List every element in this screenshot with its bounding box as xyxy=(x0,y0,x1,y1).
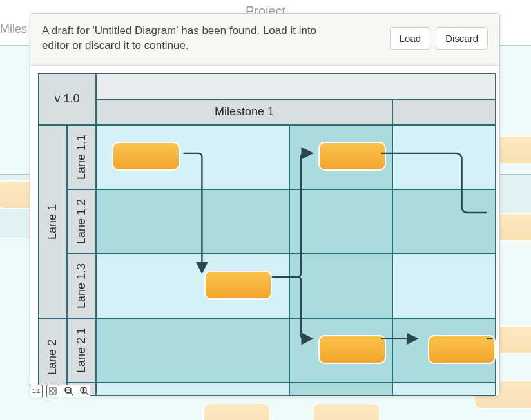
zoom-fit-icon[interactable] xyxy=(46,385,59,397)
zoom-toolbar: 1:1 xyxy=(30,385,90,397)
lane-1-2-label: Lane 1.2 xyxy=(75,199,88,244)
draft-bar: A draft for 'Untitled Diagram' has been … xyxy=(30,14,499,66)
swimlane-diagram[interactable]: v 1.0 Milestone 1 Lane 1 Lane 1.1 Lane 1… xyxy=(38,73,499,383)
draft-message: A draft for 'Untitled Diagram' has been … xyxy=(42,24,338,53)
background-milestone-cut: Miles xyxy=(0,23,27,36)
lane-1-header[interactable]: Lane 1 xyxy=(38,125,67,318)
cell-2-2-c-cut[interactable] xyxy=(392,383,496,396)
zoom-in-icon[interactable] xyxy=(79,385,90,397)
activity-c[interactable] xyxy=(204,271,272,300)
diagram-viewport[interactable]: v 1.0 Milestone 1 Lane 1 Lane 1.1 Lane 1… xyxy=(30,66,499,396)
version-label: v 1.0 xyxy=(54,92,79,106)
lane-2-1-header[interactable]: Lane 2.1 xyxy=(67,318,96,383)
zoom-reset-icon[interactable]: 1:1 xyxy=(30,385,43,397)
cell-2-2-b-cut[interactable] xyxy=(289,383,392,396)
cell-1-3-b[interactable] xyxy=(289,254,392,318)
cell-1-2-b[interactable] xyxy=(289,189,392,254)
draft-actions: Load Discard xyxy=(390,27,488,50)
discard-button[interactable]: Discard xyxy=(436,27,488,50)
top-header-blank xyxy=(96,73,496,99)
svg-line-3 xyxy=(70,392,73,395)
cell-1-2-c[interactable] xyxy=(392,189,496,254)
lane-1-1-header[interactable]: Lane 1.1 xyxy=(67,125,96,189)
cell-2-1-a[interactable] xyxy=(96,318,289,383)
milestone-1-label: Milestone 1 xyxy=(215,105,274,119)
load-button[interactable]: Load xyxy=(390,27,430,50)
milestone-2-header-cut[interactable] xyxy=(392,99,496,125)
lane-1-label: Lane 1 xyxy=(46,204,59,239)
cell-2-2-a-cut[interactable] xyxy=(96,383,289,396)
activity-d[interactable] xyxy=(318,335,386,364)
cell-1-2-a[interactable] xyxy=(96,189,289,254)
lane-1-3-label: Lane 1.3 xyxy=(75,263,88,309)
version-header[interactable]: v 1.0 xyxy=(38,73,96,125)
lane-2-label: Lane 2 xyxy=(46,339,59,374)
activity-a[interactable] xyxy=(112,142,180,171)
lane-2-header[interactable]: Lane 2 xyxy=(38,318,67,396)
draft-modal: A draft for 'Untitled Diagram' has been … xyxy=(30,13,500,396)
lane-1-2-header[interactable]: Lane 1.2 xyxy=(67,189,96,254)
cell-1-3-c[interactable] xyxy=(392,254,496,318)
zoom-out-icon[interactable] xyxy=(63,385,75,397)
cell-1-1-c[interactable] xyxy=(392,125,496,189)
svg-line-6 xyxy=(86,392,88,395)
activity-e[interactable] xyxy=(428,335,496,364)
lane-1-1-label: Lane 1.1 xyxy=(75,135,88,180)
activity-b[interactable] xyxy=(318,142,386,171)
milestone-1-header[interactable]: Milestone 1 xyxy=(96,99,392,125)
lane-2-1-label: Lane 2.1 xyxy=(75,328,88,373)
lane-1-3-header[interactable]: Lane 1.3 xyxy=(67,254,96,318)
